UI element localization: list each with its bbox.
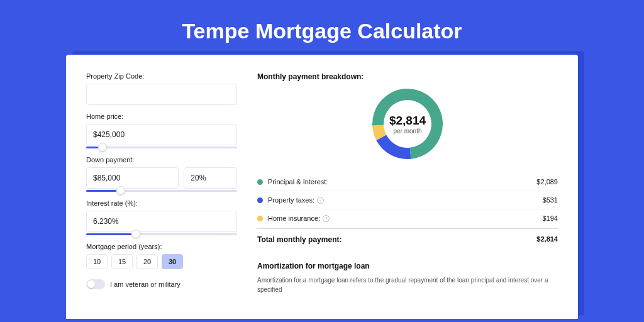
period-label: Mortgage period (years): [86, 243, 237, 250]
legend-value: $2,089 [536, 178, 558, 186]
donut-slice [376, 135, 411, 159]
period-button-10[interactable]: 10 [86, 254, 108, 269]
interest-slider[interactable] [86, 233, 237, 235]
legend-label: Home insurance:? [268, 214, 543, 222]
slider-thumb[interactable] [98, 143, 107, 152]
donut-sub: per month [389, 128, 426, 135]
veteran-label: I am veteran or military [110, 280, 180, 288]
amortization-text: Amortization for a mortgage loan refers … [257, 275, 558, 294]
info-icon[interactable]: ? [317, 197, 324, 204]
home-price-slider[interactable] [86, 147, 237, 148]
donut-chart: $2,814 per month [257, 86, 558, 162]
donut-center: $2,814 per month [389, 114, 426, 135]
interest-group: Interest rate (%): [86, 199, 237, 235]
amortization-title: Amortization for mortgage loan [257, 262, 558, 270]
legend-value: $194 [543, 214, 558, 222]
legend-dot [257, 179, 263, 185]
zip-label: Property Zip Code: [86, 72, 237, 80]
down-payment-group: Down payment: [86, 156, 237, 192]
legend-dot [257, 216, 263, 221]
down-payment-label: Down payment: [86, 156, 237, 164]
breakdown-title: Monthly payment breakdown: [257, 72, 558, 81]
info-icon[interactable]: ? [323, 215, 330, 222]
home-price-label: Home price: [86, 113, 237, 120]
slider-thumb[interactable] [131, 230, 140, 238]
legend-dot [257, 197, 263, 203]
period-group: Mortgage period (years): 10152030 [86, 243, 237, 269]
interest-input[interactable] [86, 211, 237, 232]
slider-thumb[interactable] [116, 186, 125, 195]
total-label: Total monthly payment: [257, 235, 536, 244]
page-title: Tempe Mortgage Calculator [0, 0, 644, 55]
interest-label: Interest rate (%): [86, 199, 237, 207]
legend-label: Property taxes:? [268, 196, 543, 204]
legend-row: Home insurance:?$194 [257, 209, 558, 227]
home-price-group: Home price: [86, 113, 237, 148]
period-button-30[interactable]: 30 [162, 254, 183, 269]
legend-row: Property taxes:?$531 [257, 191, 558, 209]
toggle-knob [87, 280, 95, 288]
veteran-row: I am veteran or military [86, 279, 237, 289]
down-payment-slider[interactable] [86, 190, 237, 192]
breakdown-column: Monthly payment breakdown: $2,814 per mo… [257, 72, 558, 319]
down-payment-amount-input[interactable] [86, 167, 179, 189]
down-payment-percent-input[interactable] [184, 167, 237, 189]
total-row: Total monthly payment: $2,814 [257, 228, 558, 253]
donut-amount: $2,814 [389, 114, 426, 128]
zip-group: Property Zip Code: [86, 72, 237, 105]
total-value: $2,814 [536, 235, 558, 244]
legend-row: Principal & Interest:$2,089 [257, 173, 558, 191]
zip-input[interactable] [86, 84, 237, 105]
legend-value: $531 [543, 196, 558, 204]
period-button-20[interactable]: 20 [136, 254, 158, 269]
period-button-15[interactable]: 15 [111, 254, 133, 269]
home-price-input[interactable] [86, 124, 237, 145]
form-column: Property Zip Code: Home price: Down paym… [86, 72, 237, 319]
calculator-card: Property Zip Code: Home price: Down paym… [66, 55, 578, 319]
legend-label: Principal & Interest: [268, 178, 536, 186]
veteran-toggle[interactable] [86, 279, 105, 289]
